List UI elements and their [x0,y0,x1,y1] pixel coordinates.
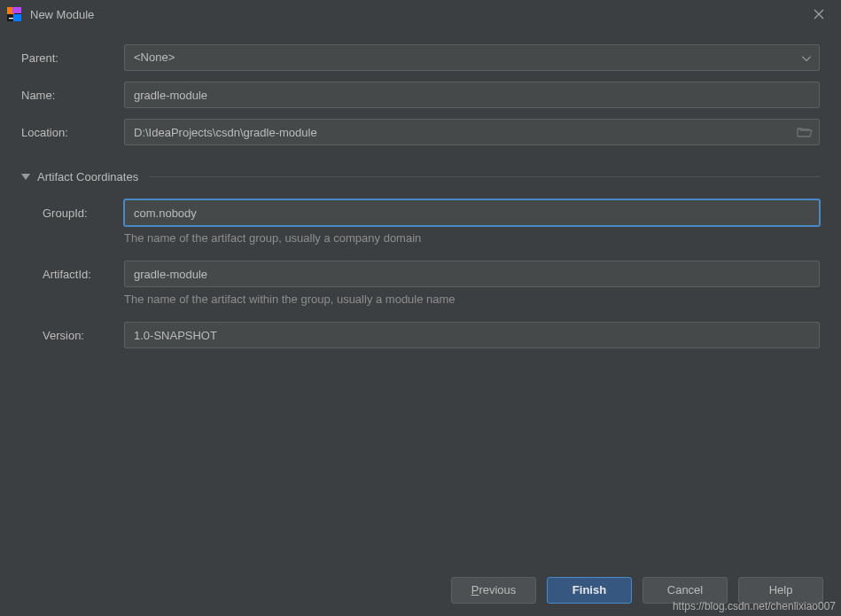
previous-button[interactable]: Previous [451,577,536,604]
svg-rect-3 [13,14,21,21]
groupid-label: GroupId: [43,207,124,220]
groupid-hint: The name of the artifact group, usually … [43,231,820,245]
intellij-icon [7,7,21,21]
version-input[interactable] [124,322,820,348]
artifact-coordinates-label: Artifact Coordinates [37,170,138,183]
finish-label: Finish [572,583,606,597]
close-button[interactable] [806,1,832,27]
help-label: Help [769,583,793,597]
folder-open-icon[interactable] [797,126,813,138]
help-button[interactable]: Help [738,577,823,604]
artifactid-input[interactable] [124,261,820,287]
dialog-title: New Module [30,8,806,21]
groupid-input[interactable] [124,199,820,226]
parent-value: <None> [134,51,175,64]
button-bar: Previous Finish Cancel Help [0,563,841,616]
artifact-coordinates-header[interactable]: Artifact Coordinates [21,170,820,183]
parent-combobox[interactable]: <None> [124,44,820,71]
artifactid-label: ArtifactId: [43,268,124,281]
version-label: Version: [43,329,124,342]
cancel-label: Cancel [667,583,703,597]
section-divider [149,176,820,177]
svg-rect-4 [9,18,13,19]
cancel-button[interactable]: Cancel [642,577,728,604]
name-label: Name: [21,89,124,102]
svg-rect-2 [12,7,21,13]
location-input[interactable] [124,119,820,145]
collapse-triangle-icon [21,170,30,183]
previous-label: revious [479,583,516,597]
artifactid-hint: The name of the artifact within the grou… [43,292,820,306]
close-icon [814,9,824,19]
finish-button[interactable]: Finish [547,577,632,604]
name-input[interactable] [124,82,820,108]
location-label: Location: [21,126,124,139]
titlebar: New Module [0,0,841,28]
parent-label: Parent: [21,51,124,65]
form-content: Parent: <None> Name: Location: Artifact … [0,28,841,348]
